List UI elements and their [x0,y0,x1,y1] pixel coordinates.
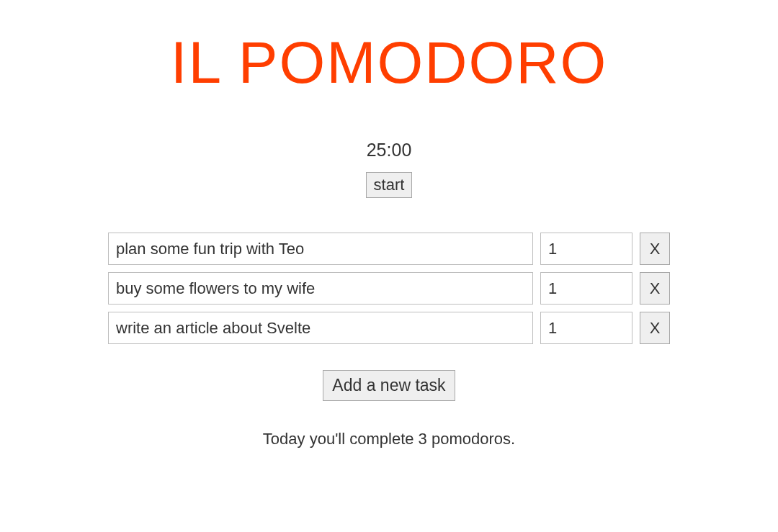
delete-task-button[interactable]: X [640,233,670,265]
task-count-input[interactable] [540,272,632,305]
task-name-input[interactable] [108,272,533,305]
task-count-input[interactable] [540,312,632,344]
task-list: X X X [108,233,670,344]
delete-task-button[interactable]: X [640,272,670,305]
app-title: IL POMODORO [171,29,608,96]
task-row: X [108,272,670,305]
task-row: X [108,312,670,344]
timer-display: 25:00 [367,140,412,161]
task-count-input[interactable] [540,233,632,265]
start-button[interactable]: start [366,172,413,198]
delete-task-button[interactable]: X [640,312,670,344]
task-name-input[interactable] [108,312,533,344]
add-task-button[interactable]: Add a new task [323,370,455,401]
task-row: X [108,233,670,265]
task-name-input[interactable] [108,233,533,265]
summary-text: Today you'll complete 3 pomodoros. [263,430,515,448]
